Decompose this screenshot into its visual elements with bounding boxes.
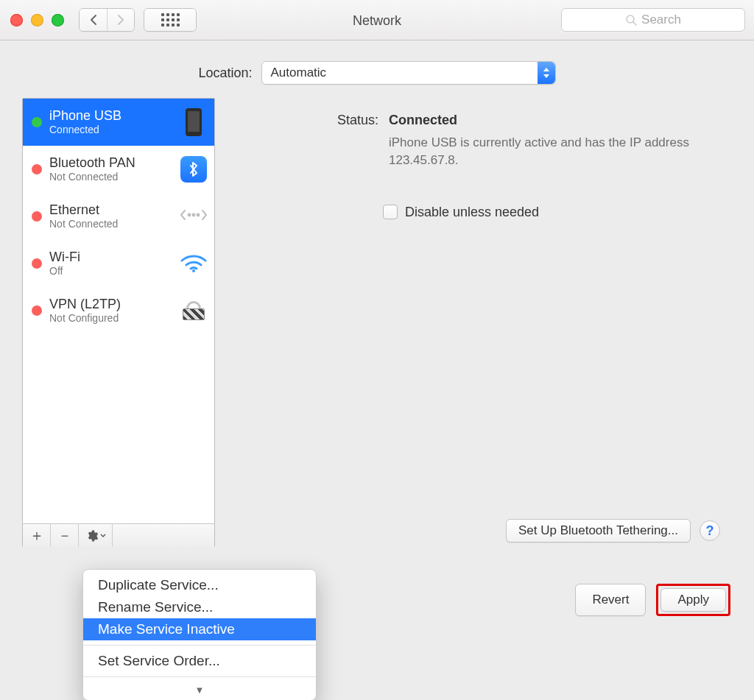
gear-icon — [85, 529, 99, 542]
back-button[interactable] — [80, 9, 107, 31]
disable-unless-needed-checkbox[interactable] — [383, 205, 398, 219]
service-status: Not Connected — [49, 171, 173, 183]
location-value: Automatic — [271, 66, 327, 80]
forward-button[interactable] — [107, 9, 134, 31]
service-name: Wi-Fi — [49, 250, 173, 265]
service-text: EthernetNot Connected — [49, 202, 173, 230]
location-label: Location: — [198, 66, 252, 81]
service-actions-button[interactable] — [79, 524, 113, 547]
menu-separator — [83, 676, 316, 677]
close-window-button[interactable] — [10, 14, 23, 26]
sidebar-service-ethernet[interactable]: EthernetNot Connected — [23, 193, 214, 240]
ethernet-icon — [179, 206, 208, 227]
svg-point-2 — [188, 213, 191, 216]
zoom-window-button[interactable] — [52, 14, 64, 26]
service-name: iPhone USB — [49, 108, 173, 124]
status-dot — [32, 305, 42, 316]
menu-item-duplicate-service[interactable]: Duplicate Service... — [83, 574, 316, 596]
phone-icon — [186, 108, 202, 136]
window-controls — [10, 14, 64, 26]
sidebar-toolbar: ＋ － — [23, 523, 214, 547]
show-all-prefs[interactable] — [144, 8, 197, 32]
help-button[interactable]: ? — [700, 520, 720, 541]
setup-row: Set Up Bluetooth Tethering... ? — [236, 519, 720, 547]
status-dot — [32, 211, 42, 222]
nav-back-forward — [79, 8, 135, 32]
sidebar-service-wi-fi[interactable]: Wi-FiOff — [23, 240, 214, 287]
setup-tethering-button[interactable]: Set Up Bluetooth Tethering... — [506, 519, 691, 542]
status-description: iPhone USB is currently active and has t… — [389, 134, 698, 169]
service-status: Connected — [49, 124, 173, 135]
revert-button[interactable]: Revert — [575, 584, 646, 616]
grid-icon — [144, 9, 196, 31]
location-row: Location: Automatic — [0, 40, 754, 98]
service-text: VPN (L2TP)Not Configured — [49, 297, 173, 324]
remove-service-button[interactable]: － — [51, 524, 79, 547]
select-stepper-icon — [538, 62, 555, 84]
disable-unless-needed-row: Disable unless needed — [383, 205, 720, 220]
location-select[interactable]: Automatic — [261, 61, 556, 85]
status-dot — [32, 164, 42, 174]
service-name: VPN (L2TP) — [49, 297, 173, 312]
titlebar: Network Search — [0, 0, 754, 40]
wifi-icon — [179, 252, 208, 275]
service-status: Not Configured — [49, 312, 173, 324]
bluetooth-icon — [180, 156, 207, 183]
apply-button[interactable]: Apply — [660, 588, 726, 612]
detail-pane: Status: Connected iPhone USB is currentl… — [231, 98, 732, 547]
disable-unless-needed-label: Disable unless needed — [405, 205, 539, 220]
sidebar-service-bluetooth-pan[interactable]: Bluetooth PANNot Connected — [23, 146, 214, 193]
status-dot — [32, 258, 42, 269]
svg-point-5 — [192, 269, 195, 272]
minimize-window-button[interactable] — [31, 14, 43, 26]
lock-icon — [183, 301, 205, 320]
service-text: iPhone USBConnected — [49, 108, 173, 135]
service-status: Not Connected — [49, 218, 173, 230]
services-sidebar: iPhone USBConnectedBluetooth PANNot Conn… — [22, 98, 215, 547]
service-text: Wi-FiOff — [49, 250, 173, 277]
main-content: iPhone USBConnectedBluetooth PANNot Conn… — [0, 98, 754, 547]
apply-highlight: Apply — [656, 584, 730, 616]
search-field[interactable]: Search — [561, 8, 745, 32]
menu-item-make-service-inactive[interactable]: Make Service Inactive — [83, 618, 316, 640]
menu-item-set-service-order[interactable]: Set Service Order... — [83, 650, 316, 672]
search-icon — [625, 14, 637, 26]
service-actions-menu: Duplicate Service...Rename Service...Mak… — [82, 569, 317, 700]
sidebar-service-iphone-usb[interactable]: iPhone USBConnected — [23, 99, 214, 146]
menu-item-rename-service[interactable]: Rename Service... — [83, 596, 316, 618]
svg-point-3 — [193, 213, 195, 216]
svg-point-4 — [197, 213, 200, 216]
menu-scroll-down-icon[interactable]: ▼ — [83, 682, 316, 696]
service-text: Bluetooth PANNot Connected — [49, 155, 173, 183]
service-status: Off — [49, 265, 173, 277]
status-dot — [32, 117, 42, 127]
svg-line-1 — [633, 22, 636, 25]
service-name: Ethernet — [49, 202, 173, 218]
status-value: Connected — [389, 113, 457, 128]
search-placeholder: Search — [641, 13, 681, 27]
sidebar-service-vpn-l2tp-[interactable]: VPN (L2TP)Not Configured — [23, 287, 214, 334]
status-row: Status: Connected — [236, 113, 720, 128]
add-service-button[interactable]: ＋ — [23, 524, 51, 547]
status-label: Status: — [236, 113, 383, 128]
chevron-down-icon — [100, 533, 106, 539]
service-name: Bluetooth PAN — [49, 155, 173, 171]
menu-separator — [83, 645, 316, 646]
